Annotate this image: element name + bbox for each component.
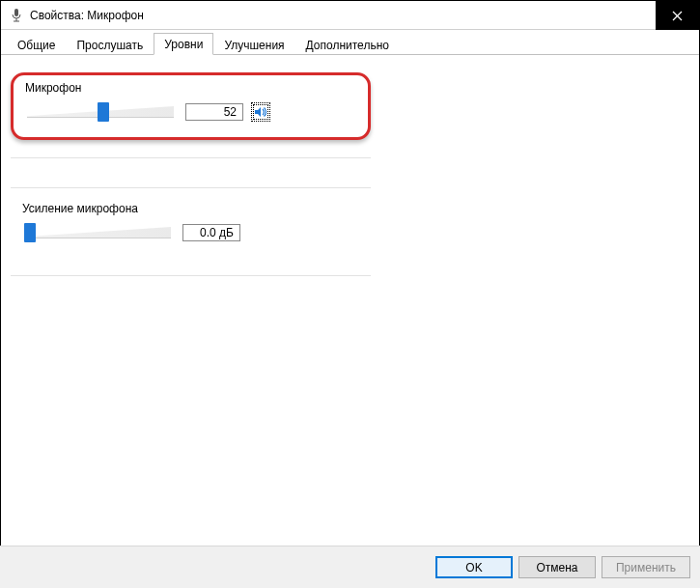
separator-2 bbox=[11, 275, 371, 276]
apply-button[interactable]: Применить bbox=[602, 556, 690, 578]
mute-button[interactable] bbox=[251, 102, 270, 122]
microphone-slider-thumb[interactable] bbox=[98, 102, 109, 122]
button-bar: OK Отмена Применить bbox=[0, 546, 700, 588]
svg-rect-0 bbox=[14, 9, 18, 16]
close-button[interactable] bbox=[656, 1, 699, 30]
svg-marker-5 bbox=[255, 107, 261, 117]
boost-slider-thumb[interactable] bbox=[24, 223, 36, 242]
tab-advanced[interactable]: Дополнительно bbox=[295, 34, 400, 55]
microphone-boost-group: Усиление микрофона 0.0 дБ bbox=[11, 187, 371, 258]
boost-value[interactable]: 0.0 дБ bbox=[182, 224, 240, 241]
microphone-slider[interactable] bbox=[23, 100, 178, 124]
separator bbox=[11, 157, 371, 158]
microphone-value[interactable]: 52 bbox=[185, 103, 243, 121]
title-bar: Свойства: Микрофон bbox=[1, 1, 699, 30]
tab-general[interactable]: Общие bbox=[7, 34, 66, 55]
boost-label: Усиление микрофона bbox=[22, 202, 361, 215]
microphone-icon bbox=[9, 8, 24, 23]
tab-enhancements[interactable]: Улучшения bbox=[213, 34, 294, 55]
microphone-label: Микрофон bbox=[25, 81, 358, 95]
cancel-button[interactable]: Отмена bbox=[518, 556, 596, 578]
window-title: Свойства: Микрофон bbox=[30, 9, 144, 22]
boost-slider[interactable] bbox=[20, 221, 175, 244]
tab-listen[interactable]: Прослушать bbox=[66, 34, 154, 55]
speaker-icon bbox=[254, 105, 267, 119]
tab-strip: Общие Прослушать Уровни Улучшения Дополн… bbox=[1, 30, 699, 55]
tab-content: Микрофон 52 Усиление микрофона bbox=[1, 55, 699, 544]
microphone-level-group: Микрофон 52 bbox=[11, 72, 371, 140]
tab-levels[interactable]: Уровни bbox=[154, 33, 213, 55]
ok-button[interactable]: OK bbox=[435, 556, 513, 578]
